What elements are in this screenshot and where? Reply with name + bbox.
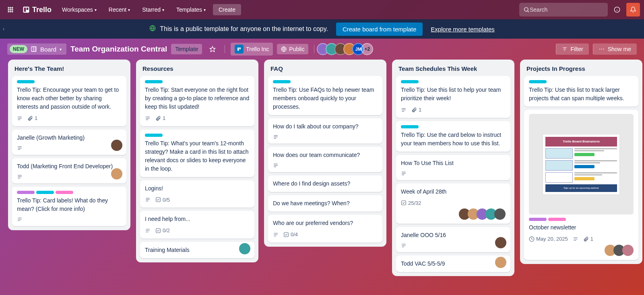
- svg-point-4: [10, 9, 11, 10]
- card[interactable]: Training Materials: [140, 242, 254, 258]
- card[interactable]: Trello Tip: Use this list to track large…: [524, 76, 638, 107]
- card-text: Trello Tip: Encourage your team to get t…: [17, 86, 122, 111]
- card[interactable]: Trello Tip: Use this list to help your t…: [396, 76, 510, 118]
- card[interactable]: Trello Tip: What's your team's 12-month …: [140, 130, 254, 177]
- label-purple[interactable]: [17, 191, 35, 194]
- svg-rect-69: [402, 201, 406, 205]
- nav-templates[interactable]: Templates▾: [171, 4, 211, 15]
- card[interactable]: Logins! 0/5: [140, 180, 254, 208]
- card-member-avatar[interactable]: [111, 168, 122, 179]
- card[interactable]: Trello Tip: Use the card below to instru…: [396, 121, 510, 152]
- workspace-chip[interactable]: Trello Inc: [231, 43, 273, 56]
- member-avatars[interactable]: JM +2: [320, 43, 373, 55]
- avatar-overflow[interactable]: +2: [361, 43, 373, 55]
- visibility-chip[interactable]: Public: [277, 44, 308, 54]
- card[interactable]: Trello Tip: Use FAQs to help newer team …: [268, 76, 382, 115]
- description-icon: [273, 134, 279, 140]
- search-box[interactable]: [519, 3, 608, 17]
- create-button[interactable]: Create: [213, 4, 241, 15]
- filter-button[interactable]: Filter: [556, 43, 589, 55]
- card-member-avatar[interactable]: [111, 140, 122, 151]
- card[interactable]: Todd (Marketing Front End Developer): [12, 158, 126, 184]
- card[interactable]: Week of April 28th 25/32: [396, 184, 510, 224]
- trello-logo[interactable]: Trello: [19, 6, 55, 14]
- card-member-avatar[interactable]: [495, 257, 506, 268]
- svg-point-5: [12, 9, 13, 10]
- description-icon: [145, 116, 151, 121]
- card-text: Trello Tip: Use the card below to instru…: [401, 131, 506, 148]
- card-member-avatar[interactable]: [239, 243, 250, 254]
- card[interactable]: How To Use This List: [396, 155, 510, 180]
- card-text: Training Materials: [145, 246, 250, 254]
- card[interactable]: Trello Tip: Card labels! What do they me…: [12, 187, 126, 226]
- label-cyan[interactable]: [529, 80, 547, 83]
- label-cyan[interactable]: [17, 80, 35, 83]
- notifications-icon[interactable]: [626, 3, 640, 17]
- nav-workspaces[interactable]: Workspaces▾: [57, 4, 101, 15]
- label-cyan[interactable]: [401, 125, 419, 128]
- card[interactable]: Janelle (Growth Marketing): [12, 130, 126, 155]
- svg-rect-48: [156, 198, 161, 202]
- board-title[interactable]: Team Organization Central: [70, 45, 167, 54]
- board-icon: [31, 46, 37, 52]
- label-cyan[interactable]: [401, 80, 419, 83]
- list-title[interactable]: Projects In Progress: [524, 64, 638, 73]
- label-cyan[interactable]: [36, 191, 54, 194]
- nav-recent[interactable]: Recent▾: [104, 4, 135, 15]
- card[interactable]: Todd VAC 5/5-5/9: [396, 256, 510, 272]
- card[interactable]: Trello Tip: Start everyone on the right …: [140, 76, 254, 126]
- label-cyan[interactable]: [145, 134, 163, 137]
- svg-point-3: [8, 9, 9, 10]
- card[interactable]: How do I talk about our company?: [268, 118, 382, 144]
- label-pink[interactable]: [56, 191, 73, 194]
- list-title[interactable]: FAQ: [268, 64, 382, 73]
- description-icon: [273, 163, 279, 168]
- label-cyan[interactable]: [273, 80, 291, 83]
- apps-switcher-icon[interactable]: [4, 3, 17, 16]
- workspace-icon: [235, 45, 244, 54]
- explore-templates-link[interactable]: Explore more templates: [431, 26, 494, 33]
- attachment-badge: 1: [583, 235, 593, 243]
- card[interactable]: Where do I find design assets?: [268, 175, 382, 192]
- card[interactable]: Who are our preferred vendors? 0/4: [268, 215, 382, 243]
- create-board-from-template-button[interactable]: Create board from template: [336, 23, 423, 36]
- card-labels: [17, 191, 122, 194]
- list-title[interactable]: Resources: [140, 64, 254, 73]
- card[interactable]: Trello Board BrainstormSign up for an up…: [524, 110, 638, 260]
- svg-rect-23: [237, 47, 239, 51]
- card-text: Week of April 28th: [401, 188, 506, 196]
- card-badges: 25/32: [401, 199, 506, 207]
- search-input[interactable]: [530, 6, 604, 13]
- card-text: Trello Tip: What's your team's 12-month …: [145, 139, 250, 173]
- svg-line-13: [528, 11, 529, 12]
- label-cyan[interactable]: [145, 80, 163, 83]
- card[interactable]: I need help from... 0/2: [140, 211, 254, 239]
- card-text: Who are our preferred vendors?: [273, 219, 378, 227]
- filter-icon: [562, 46, 568, 52]
- nav-starred[interactable]: Starred▾: [137, 4, 169, 15]
- info-icon[interactable]: [610, 3, 624, 17]
- star-icon[interactable]: [206, 43, 219, 56]
- card[interactable]: Janelle OOO 5/16: [396, 227, 510, 252]
- label-purple[interactable]: [529, 218, 547, 221]
- card-badges: 1: [401, 106, 506, 114]
- list-title[interactable]: Here's The Team!: [12, 64, 126, 73]
- description-icon: [273, 232, 279, 237]
- label-pink[interactable]: [548, 218, 566, 221]
- card-text: Trello Tip: Start everyone on the right …: [145, 86, 250, 111]
- sidebar-expander[interactable]: ›: [0, 23, 7, 35]
- card[interactable]: Trello Tip: Encourage your team to get t…: [12, 76, 126, 126]
- card[interactable]: How does our team communicate?: [268, 147, 382, 172]
- card[interactable]: Do we have meetings? When?: [268, 195, 382, 212]
- show-menu-button[interactable]: ⋯ Show me: [593, 43, 637, 55]
- description-icon: [573, 236, 578, 242]
- card-text: How To Use This List: [401, 159, 506, 167]
- card-member-avatar[interactable]: [495, 237, 506, 248]
- board-view-switcher[interactable]: NEW Board ▾: [7, 43, 66, 55]
- list-title[interactable]: Team Schedules This Week: [396, 64, 510, 73]
- card-member-avatar[interactable]: [494, 208, 506, 220]
- card-member-avatar[interactable]: [622, 245, 634, 256]
- template-badge[interactable]: Template: [171, 44, 202, 54]
- board-canvas[interactable]: Here's The Team!Trello Tip: Encourage yo…: [0, 60, 644, 295]
- card-badges: [17, 217, 122, 222]
